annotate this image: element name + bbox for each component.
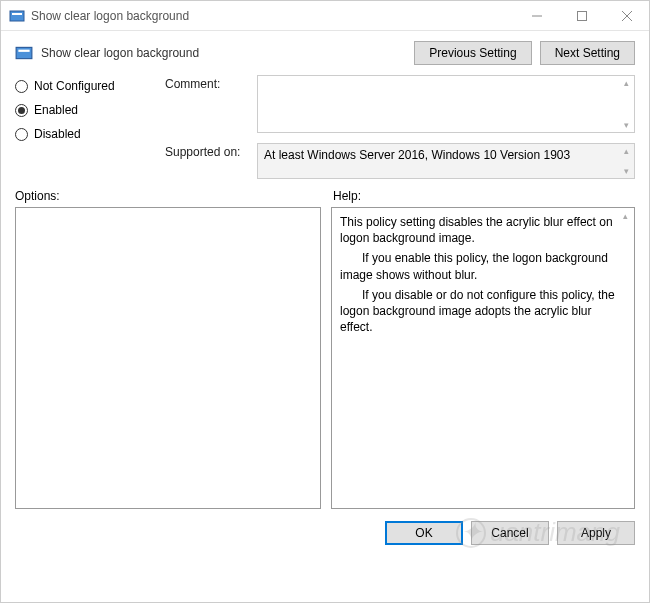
window-controls bbox=[514, 1, 649, 31]
svg-rect-7 bbox=[18, 50, 29, 52]
radio-disabled[interactable]: Disabled bbox=[15, 127, 155, 141]
scrollbar[interactable]: ▴ ▾ bbox=[618, 144, 634, 178]
help-text: If you enable this policy, the logon bac… bbox=[340, 250, 626, 282]
radio-label: Not Configured bbox=[34, 79, 115, 93]
radio-enabled[interactable]: Enabled bbox=[15, 103, 155, 117]
ok-button[interactable]: OK bbox=[385, 521, 463, 545]
minimize-button[interactable] bbox=[514, 1, 559, 31]
next-setting-button[interactable]: Next Setting bbox=[540, 41, 635, 65]
policy-icon bbox=[9, 8, 25, 24]
cancel-button[interactable]: Cancel bbox=[471, 521, 549, 545]
radio-icon bbox=[15, 104, 28, 117]
policy-title: Show clear logon background bbox=[41, 46, 414, 60]
help-pane: ▴ This policy setting disables the acryl… bbox=[331, 207, 635, 509]
radio-icon bbox=[15, 128, 28, 141]
close-button[interactable] bbox=[604, 1, 649, 31]
svg-rect-6 bbox=[16, 47, 32, 58]
maximize-button[interactable] bbox=[559, 1, 604, 31]
supported-label: Supported on: bbox=[165, 143, 249, 159]
window-title: Show clear logon background bbox=[31, 9, 514, 23]
svg-rect-0 bbox=[10, 11, 24, 21]
scrollbar[interactable]: ▴ ▾ bbox=[618, 76, 634, 132]
scroll-down-icon: ▾ bbox=[618, 164, 634, 178]
dialog-footer: OK Cancel Apply bbox=[1, 509, 649, 555]
help-text: If you disable or do not configure this … bbox=[340, 287, 626, 336]
supported-value: At least Windows Server 2016, Windows 10… bbox=[264, 148, 570, 162]
policy-icon bbox=[15, 44, 33, 62]
svg-rect-3 bbox=[577, 11, 586, 20]
radio-icon bbox=[15, 80, 28, 93]
options-label: Options: bbox=[15, 189, 333, 203]
titlebar: Show clear logon background bbox=[1, 1, 649, 31]
help-text: This policy setting disables the acrylic… bbox=[340, 214, 626, 246]
svg-rect-1 bbox=[12, 13, 22, 15]
comment-input[interactable]: ▴ ▾ bbox=[257, 75, 635, 133]
header: Show clear logon background Previous Set… bbox=[1, 31, 649, 71]
radio-label: Enabled bbox=[34, 103, 78, 117]
scroll-up-icon: ▴ bbox=[618, 144, 634, 158]
scroll-down-icon: ▾ bbox=[618, 118, 634, 132]
apply-button[interactable]: Apply bbox=[557, 521, 635, 545]
options-pane bbox=[15, 207, 321, 509]
previous-setting-button[interactable]: Previous Setting bbox=[414, 41, 531, 65]
supported-on-box: At least Windows Server 2016, Windows 10… bbox=[257, 143, 635, 179]
section-labels: Options: Help: bbox=[1, 189, 649, 207]
state-radios: Not Configured Enabled Disabled bbox=[15, 75, 155, 179]
help-label: Help: bbox=[333, 189, 361, 203]
config-area: Not Configured Enabled Disabled Comment:… bbox=[1, 71, 649, 189]
radio-label: Disabled bbox=[34, 127, 81, 141]
comment-label: Comment: bbox=[165, 75, 249, 91]
scroll-up-icon: ▴ bbox=[618, 210, 632, 222]
radio-not-configured[interactable]: Not Configured bbox=[15, 79, 155, 93]
scroll-up-icon: ▴ bbox=[618, 76, 634, 90]
